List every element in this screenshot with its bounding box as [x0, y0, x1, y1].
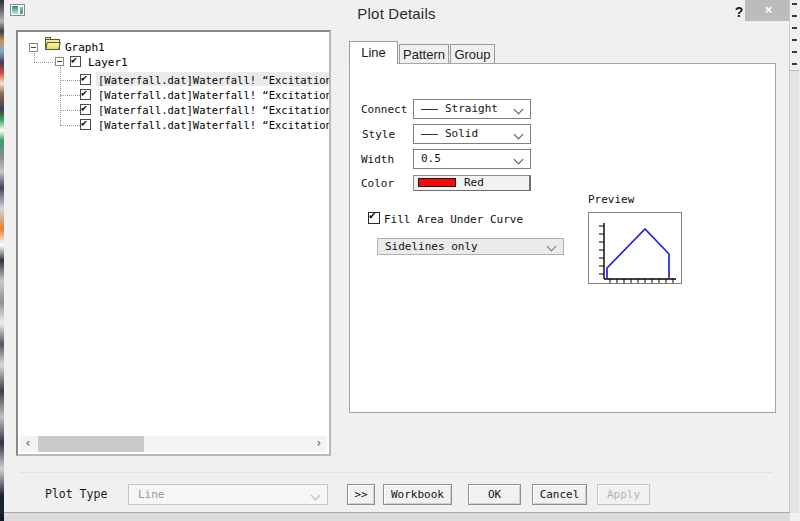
tree-node-plot[interactable]: [Waterfall.dat]Waterfall! “Excitation — [98, 119, 331, 131]
tree-node-plot[interactable]: [Waterfall.dat]Waterfall! “Excitation — [98, 104, 331, 116]
connect-label: Connect — [361, 103, 407, 116]
chevron-down-icon — [514, 130, 524, 140]
plot-checkbox[interactable]: ✔ — [80, 104, 91, 115]
background-window-right-sliver — [789, 0, 800, 521]
style-value: Solid — [445, 127, 478, 140]
tab-pattern[interactable]: Pattern — [399, 44, 449, 64]
fill-area-checkbox[interactable]: ✔ — [368, 212, 380, 224]
scroll-right-icon[interactable]: › — [311, 436, 327, 452]
plot-type-value: Line — [138, 488, 165, 501]
plot-type-label: Plot Type — [45, 487, 107, 501]
background-scrollbar — [790, 70, 799, 513]
tree-horizontal-scrollbar[interactable]: ‹ › — [20, 436, 327, 452]
collapse-icon[interactable] — [55, 57, 64, 66]
plot-details-dialog: Plot Details ? × Graph1 — [4, 0, 790, 513]
color-label: Color — [361, 177, 394, 190]
scroll-left-icon[interactable]: ‹ — [20, 436, 36, 452]
titlebar: Plot Details ? × — [4, 0, 789, 28]
color-button[interactable]: Red — [413, 175, 531, 191]
plot-checkbox[interactable]: ✔ — [80, 74, 91, 85]
tree-node-layer1[interactable]: Layer1 — [88, 56, 128, 69]
check-icon: ✔ — [71, 54, 77, 65]
width-dropdown[interactable]: 0.5 — [413, 149, 531, 169]
color-swatch — [418, 178, 456, 187]
ok-button[interactable]: OK — [468, 484, 521, 505]
chevron-down-icon — [514, 155, 524, 165]
tree: Graph1 ✔ Layer1 ✔ [Waterfall.dat]Waterfa… — [18, 32, 329, 454]
tree-node-graph1[interactable]: Graph1 — [65, 41, 105, 54]
tree-connector — [60, 95, 80, 97]
connect-dropdown[interactable]: Straight — [413, 99, 531, 119]
check-icon: ✔ — [81, 72, 87, 83]
check-icon: ✔ — [81, 102, 87, 113]
close-icon: × — [765, 2, 773, 17]
plot-tree-panel: Graph1 ✔ Layer1 ✔ [Waterfall.dat]Waterfa… — [16, 30, 331, 456]
tree-node-plot[interactable]: [Waterfall.dat]Waterfall! “Excitation — [98, 74, 331, 86]
tree-connector — [60, 110, 80, 112]
chevron-down-icon — [514, 105, 524, 115]
check-icon: ✔ — [369, 209, 376, 222]
separator — [20, 472, 773, 473]
background-text-dashes — [792, 3, 797, 67]
close-button[interactable]: × — [745, 0, 792, 21]
line-sample-icon — [421, 109, 438, 110]
fill-mode-dropdown[interactable]: Sidelines only — [377, 238, 564, 255]
width-value: 0.5 — [421, 152, 441, 165]
check-icon: ✔ — [81, 87, 87, 98]
check-icon: ✔ — [81, 117, 87, 128]
line-tab-panel: Connect Straight Style Solid Width 0.5 C… — [349, 63, 776, 413]
workbook-button[interactable]: Workbook — [383, 484, 452, 505]
collapse-icon[interactable] — [29, 43, 38, 52]
dialog-title: Plot Details — [4, 5, 789, 22]
tree-connector — [34, 62, 55, 64]
preview-plot — [588, 212, 682, 284]
screen: Plot Details ? × Graph1 — [0, 0, 800, 521]
line-sample-icon — [421, 134, 438, 135]
background-window-bottom-sliver — [4, 512, 790, 521]
style-dropdown[interactable]: Solid — [413, 124, 531, 144]
chevron-down-icon — [547, 242, 557, 252]
preview-label: Preview — [588, 193, 634, 206]
scrollbar-thumb[interactable] — [38, 436, 144, 452]
style-label: Style — [362, 128, 395, 141]
tree-connector — [60, 80, 80, 82]
tab-group[interactable]: Group — [450, 44, 495, 64]
tree-connector — [34, 53, 36, 62]
connect-value: Straight — [445, 102, 498, 115]
width-label: Width — [361, 153, 394, 166]
chevron-down-icon — [311, 491, 321, 501]
color-value: Red — [464, 176, 484, 190]
fill-area-label: Fill Area Under Curve — [384, 213, 523, 226]
folder-icon — [45, 39, 61, 50]
layer1-checkbox[interactable]: ✔ — [70, 56, 81, 67]
plot-checkbox[interactable]: ✔ — [80, 89, 91, 100]
plot-checkbox[interactable]: ✔ — [80, 119, 91, 130]
apply-button[interactable]: Apply — [597, 484, 650, 505]
preview-chart — [589, 213, 681, 283]
fill-mode-value: Sidelines only — [385, 240, 478, 253]
cancel-button[interactable]: Cancel — [532, 484, 587, 505]
plot-type-dropdown[interactable]: Line — [128, 484, 328, 505]
expand-button[interactable]: >> — [347, 484, 375, 505]
tab-line[interactable]: Line — [349, 41, 398, 64]
tree-connector — [60, 125, 80, 127]
tree-node-plot[interactable]: [Waterfall.dat]Waterfall! “Excitation — [98, 89, 331, 101]
